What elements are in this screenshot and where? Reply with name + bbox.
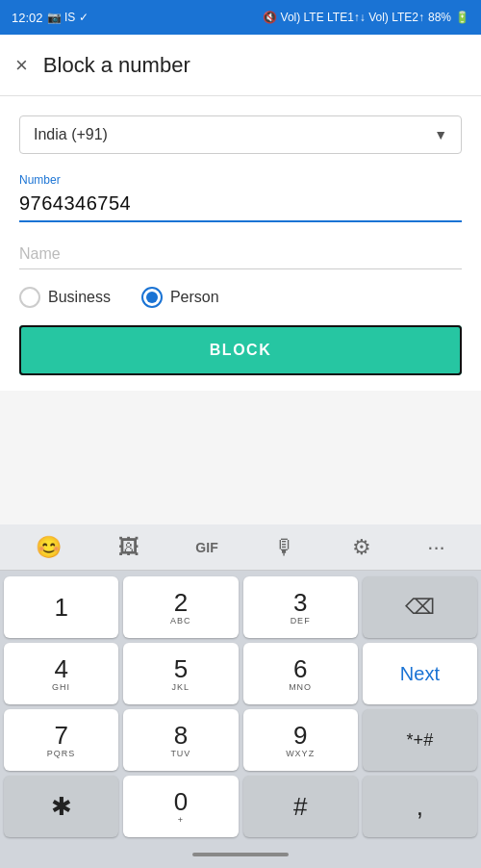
page-title: Block a number bbox=[43, 53, 190, 78]
key-hash[interactable]: # bbox=[243, 776, 358, 837]
key-row-1: 1 2 ABC 3 DEF ⌫ bbox=[4, 576, 477, 638]
emoji-icon[interactable]: 😊 bbox=[30, 529, 67, 566]
status-bar: 12:02 📷 IS ✓ 🔇 Vol) LTE LTE1↑↓ Vol) LTE2… bbox=[0, 0, 481, 35]
key-row-4: ✱ 0 + # , bbox=[4, 776, 477, 837]
sticker-icon[interactable]: 🖼 bbox=[113, 529, 145, 566]
key-row-3: 7 PQRS 8 TUV 9 WXYZ *+# bbox=[4, 709, 477, 771]
key-3[interactable]: 3 DEF bbox=[243, 576, 358, 638]
key-comma[interactable]: , bbox=[363, 776, 477, 837]
radio-dot-person bbox=[146, 292, 158, 303]
key-4[interactable]: 4 GHI bbox=[4, 643, 118, 704]
bottom-bar bbox=[0, 841, 481, 868]
status-right: 🔇 Vol) LTE LTE1↑↓ Vol) LTE2↑ 88% 🔋 bbox=[263, 11, 469, 24]
header: × Block a number bbox=[0, 35, 481, 96]
key-5[interactable]: 5 JKL bbox=[123, 643, 238, 704]
mic-icon[interactable]: 🎙 bbox=[268, 529, 301, 566]
key-9[interactable]: 9 WXYZ bbox=[243, 709, 358, 771]
number-label: Number bbox=[19, 173, 462, 187]
key-star[interactable]: ✱ bbox=[4, 776, 118, 837]
settings-icon[interactable]: ⚙ bbox=[346, 529, 377, 566]
radio-person[interactable]: Person bbox=[141, 287, 219, 308]
name-input[interactable] bbox=[19, 238, 462, 269]
country-dropdown[interactable]: India (+91) ▼ bbox=[19, 115, 462, 154]
radio-circle-business bbox=[19, 287, 40, 308]
key-special-chars[interactable]: *+# bbox=[363, 709, 477, 771]
keyboard-toolbar: 😊 🖼 GIF 🎙 ⚙ ··· bbox=[0, 524, 481, 571]
status-time: 12:02 bbox=[12, 11, 43, 25]
key-row-2: 4 GHI 5 JKL 6 MNO Next bbox=[4, 643, 477, 704]
status-battery: 88% bbox=[428, 11, 451, 24]
backspace-icon: ⌫ bbox=[405, 595, 435, 620]
key-1[interactable]: 1 bbox=[4, 576, 118, 638]
status-icons: 📷 IS ✓ bbox=[47, 11, 89, 24]
home-indicator bbox=[192, 853, 289, 856]
key-8[interactable]: 8 TUV bbox=[123, 709, 238, 771]
close-button[interactable]: × bbox=[15, 55, 28, 76]
number-input-group: Number bbox=[19, 173, 462, 222]
backspace-key[interactable]: ⌫ bbox=[363, 576, 477, 638]
key-next[interactable]: Next bbox=[363, 643, 477, 704]
battery-icon: 🔋 bbox=[455, 11, 469, 24]
radio-circle-person bbox=[141, 287, 163, 308]
chevron-down-icon: ▼ bbox=[434, 127, 447, 142]
number-input[interactable] bbox=[19, 189, 462, 222]
radio-label-business: Business bbox=[48, 289, 111, 306]
keyboard: 😊 🖼 GIF 🎙 ⚙ ··· 1 2 ABC 3 DEF ⌫ bbox=[0, 524, 481, 868]
form-area: India (+91) ▼ Number Business Person BLO… bbox=[0, 96, 481, 391]
gif-icon[interactable]: GIF bbox=[190, 534, 223, 561]
status-signal: 🔇 Vol) LTE LTE1↑↓ Vol) LTE2↑ bbox=[263, 11, 424, 24]
more-icon[interactable]: ··· bbox=[421, 529, 450, 566]
radio-business[interactable]: Business bbox=[19, 287, 111, 308]
key-2[interactable]: 2 ABC bbox=[123, 576, 238, 638]
key-0[interactable]: 0 + bbox=[123, 776, 238, 837]
status-left: 12:02 📷 IS ✓ bbox=[12, 11, 89, 25]
block-button[interactable]: BLOCK bbox=[19, 325, 462, 375]
radio-group: Business Person bbox=[19, 287, 462, 308]
key-7[interactable]: 7 PQRS bbox=[4, 709, 118, 771]
radio-label-person: Person bbox=[170, 289, 219, 306]
key-rows: 1 2 ABC 3 DEF ⌫ 4 GHI 5 JKL bbox=[0, 571, 481, 841]
key-6[interactable]: 6 MNO bbox=[243, 643, 358, 704]
country-label: India (+91) bbox=[34, 126, 108, 143]
